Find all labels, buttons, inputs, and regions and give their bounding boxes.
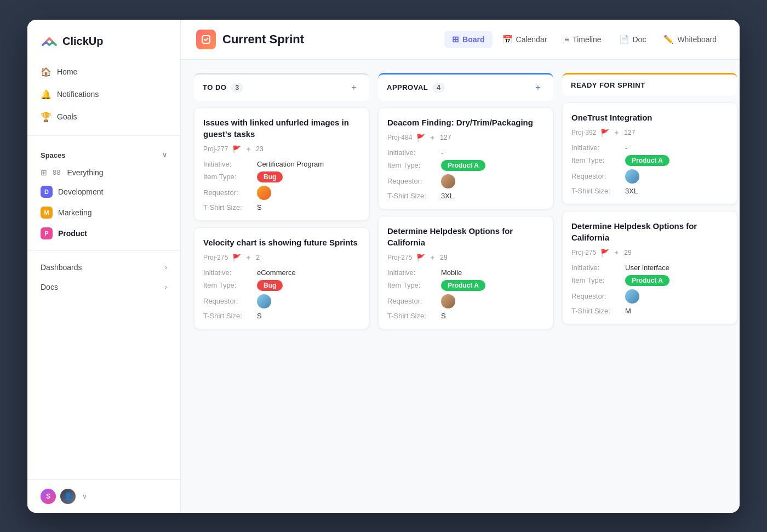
card3-fields: Initiative: - Item Type: Product A Reque…	[387, 148, 544, 200]
app-window: ClickUp 🏠 Home 🔔 Notifications 🏆 Goals S…	[27, 20, 740, 513]
card1-fields: Initiative: Certification Program Item T…	[203, 160, 360, 211]
card4-itemtype-label: Item Type:	[387, 281, 437, 289]
card-approval-1: Deacom Finding: Dry/Trim/Packaging Proj-…	[378, 107, 553, 209]
card3-itemtype-label: Item Type:	[387, 161, 437, 169]
everything-label: Everything	[67, 168, 103, 177]
trophy-icon: 🏆	[41, 112, 51, 122]
home-icon: 🏠	[41, 67, 51, 77]
card1-initiative-value: Certification Program	[257, 160, 324, 168]
card-todo-2: Velocity chart is showing future Sprints…	[194, 227, 369, 329]
dashboards-chevron: ›	[165, 264, 167, 271]
development-label: Development	[58, 187, 104, 196]
card3-size-label: T-Shirt Size:	[387, 192, 437, 200]
card6-score: 29	[624, 249, 631, 256]
card2-bug-tag: Bug	[257, 280, 283, 291]
main-content: Current Sprint ⊞ Board 📅 Calendar ≡ Time…	[181, 20, 740, 513]
sidebar-item-development[interactable]: D Development	[27, 181, 180, 202]
sidebar-item-home[interactable]: 🏠 Home	[34, 61, 174, 83]
card5-star: ✦	[614, 129, 620, 137]
card2-fields: Initiative: eCommerce Item Type: Bug Req…	[203, 268, 360, 320]
spaces-chevron[interactable]: ∨	[162, 151, 167, 159]
sidebar-item-marketing[interactable]: M Marketing	[27, 202, 180, 223]
card3-flag: 🚩	[416, 134, 425, 142]
card3-field-itemtype: Item Type: Product A	[387, 160, 544, 171]
card-todo-1: Issues with linked unfurled images in gu…	[194, 107, 369, 221]
card1-requestor-label: Requestor:	[203, 188, 253, 197]
sidebar-item-everything[interactable]: ⊞ 88 Everything	[27, 164, 180, 181]
user-menu-arrow[interactable]: ∨	[82, 493, 87, 500]
card3-field-initiative: Initiative: -	[387, 148, 544, 157]
todo-add-button[interactable]: +	[347, 81, 360, 94]
ready-title-area: READY FOR SPRINT	[571, 81, 645, 89]
card3-requestor-label: Requestor:	[387, 177, 437, 185]
card5-size-value: 3XL	[625, 187, 638, 195]
card5-flag: 🚩	[600, 129, 609, 137]
sidebar-item-goals[interactable]: 🏆 Goals	[34, 106, 174, 128]
sidebar-item-docs[interactable]: Docs ›	[27, 277, 180, 297]
approval-count: 4	[432, 83, 445, 93]
card6-fields: Initiative: User interface Item Type: Pr…	[571, 264, 728, 315]
card6-requestor-label: Requestor:	[571, 292, 621, 300]
card1-field-initiative: Initiative: Certification Program	[203, 160, 360, 168]
card5-initiative-value: -	[625, 144, 627, 152]
card1-bug-tag: Bug	[257, 171, 283, 182]
card5-fields: Initiative: - Item Type: Product A Reque…	[571, 144, 728, 195]
card3-meta: Proj-484 🚩 ✦ 127	[387, 134, 544, 142]
spaces-section: Spaces ∨	[27, 142, 180, 164]
spaces-label: Spaces	[41, 151, 66, 159]
sprint-icon	[196, 30, 216, 49]
card5-itemtype-label: Item Type:	[571, 156, 621, 164]
approval-add-button[interactable]: +	[531, 81, 545, 94]
marketing-dot: M	[41, 207, 53, 219]
bell-icon: 🔔	[41, 89, 51, 100]
product-dot: P	[41, 227, 53, 239]
card6-size-label: T-Shirt Size:	[571, 307, 621, 315]
card4-title: Determine Helpdesk Options for Californi…	[387, 225, 544, 248]
card4-field-size: T-Shirt Size: S	[387, 312, 544, 320]
card5-field-itemtype: Item Type: Product A	[571, 155, 728, 166]
sidebar-item-dashboards[interactable]: Dashboards ›	[27, 258, 180, 277]
card5-id: Proj-392	[571, 129, 596, 136]
sidebar-divider-1	[27, 135, 180, 136]
card6-field-size: T-Shirt Size: M	[571, 307, 728, 315]
card2-score: 2	[256, 254, 260, 261]
sidebar-item-product[interactable]: P Product	[27, 223, 180, 244]
card2-requestor-label: Requestor:	[203, 297, 253, 305]
tab-board[interactable]: ⊞ Board	[444, 31, 492, 48]
card5-meta: Proj-392 🚩 ✦ 127	[571, 129, 728, 137]
card1-meta: Proj-277 🚩 ✦ 23	[203, 145, 360, 153]
product-label: Product	[58, 229, 87, 238]
clickup-logo-icon	[41, 33, 58, 50]
card1-score: 23	[256, 145, 263, 153]
main-header: Current Sprint ⊞ Board 📅 Calendar ≡ Time…	[181, 20, 740, 60]
card6-title: Determine Helpdesk Options for Californi…	[571, 220, 728, 243]
todo-count: 3	[231, 83, 243, 93]
column-ready: READY FOR SPRINT OneTrust Integration Pr…	[562, 73, 737, 324]
development-dot: D	[41, 186, 53, 198]
card4-requestor-label: Requestor:	[387, 297, 437, 305]
card6-size-value: M	[625, 307, 631, 315]
card6-requestor-avatar	[625, 289, 639, 304]
card2-initiative-value: eCommerce	[257, 268, 296, 277]
card1-flag: 🚩	[232, 145, 241, 153]
card2-size-value: S	[257, 312, 262, 320]
sidebar-item-notifications[interactable]: 🔔 Notifications	[34, 84, 174, 105]
column-header-todo: TO DO 3 +	[194, 73, 369, 101]
tab-doc[interactable]: 📄 Doc	[611, 31, 654, 48]
docs-label: Docs	[41, 283, 58, 291]
card5-field-requestor: Requestor:	[571, 169, 728, 184]
card6-flag: 🚩	[600, 249, 609, 257]
card1-initiative-label: Initiative:	[203, 160, 253, 168]
card5-requestor-label: Requestor:	[571, 172, 621, 180]
card1-star: ✦	[245, 145, 251, 153]
todo-title: TO DO	[203, 83, 226, 91]
card1-size-value: S	[257, 203, 262, 211]
approval-title: APPROVAL	[387, 83, 428, 91]
tab-whiteboard[interactable]: ✏️ Whiteboard	[656, 31, 724, 48]
timeline-icon: ≡	[564, 35, 569, 44]
card3-id: Proj-484	[387, 134, 412, 141]
card1-field-size: T-Shirt Size: S	[203, 203, 360, 211]
tab-timeline[interactable]: ≡ Timeline	[557, 31, 609, 48]
card4-initiative-label: Initiative:	[387, 268, 437, 277]
tab-calendar[interactable]: 📅 Calendar	[495, 31, 555, 48]
